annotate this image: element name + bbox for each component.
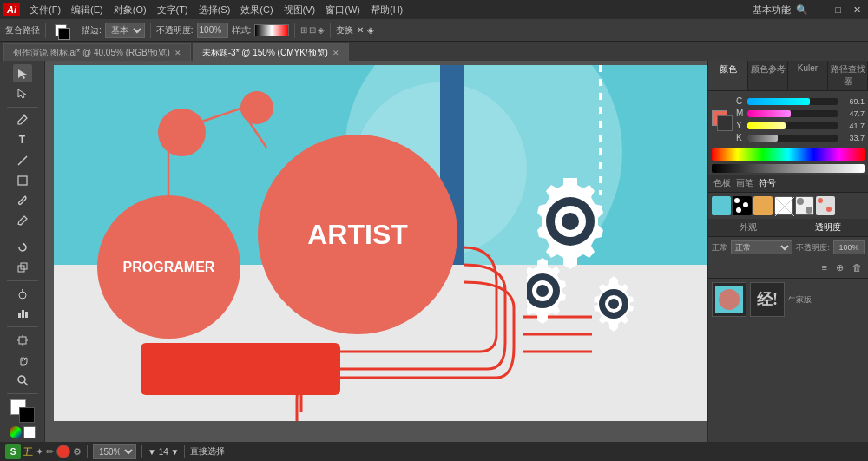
tab-2-close[interactable]: ✕ xyxy=(332,49,339,57)
menu-type[interactable]: 文字(T) xyxy=(153,2,193,18)
pencil-tool[interactable] xyxy=(13,212,32,230)
paintbrush-tool[interactable] xyxy=(13,192,32,210)
tab-color[interactable]: 颜色 xyxy=(708,61,748,90)
fill-stroke-icons[interactable] xyxy=(51,23,70,37)
workspace-label[interactable]: 基本功能 xyxy=(753,3,791,16)
swatch-pattern-black[interactable] xyxy=(733,196,752,215)
menu-file[interactable]: 文件(F) xyxy=(25,2,65,18)
swatch-light[interactable] xyxy=(816,196,835,215)
svg-rect-9 xyxy=(25,312,28,318)
y-bar[interactable] xyxy=(747,122,838,129)
menu-effect[interactable]: 效果(C) xyxy=(236,2,277,18)
transform-x-icon[interactable]: ✕ xyxy=(357,25,364,35)
menu-bar: Ai 文件(F) 编辑(E) 对象(O) 文字(T) 选择(S) 效果(C) 视… xyxy=(0,0,868,19)
panel-add-btn[interactable]: ⊕ xyxy=(833,261,846,274)
align-tools: ⊞ ⊟ ◈ xyxy=(300,25,325,35)
color-spectrum[interactable] xyxy=(712,148,865,161)
svg-point-0 xyxy=(23,115,25,117)
graph-tool[interactable] xyxy=(13,305,32,323)
swatches-tabs: 色板 画笔 符号 xyxy=(708,175,868,193)
thumbnail-2[interactable]: 经! xyxy=(750,282,785,317)
svg-rect-2 xyxy=(18,176,27,185)
tab-1-close[interactable]: ✕ xyxy=(174,49,181,57)
artboard-tool[interactable] xyxy=(13,331,32,349)
menu-edit[interactable]: 编辑(E) xyxy=(67,2,108,18)
thumbnail-1[interactable] xyxy=(712,282,746,317)
fill-stroke-selector[interactable] xyxy=(10,399,35,423)
artist-circle: ARTIST xyxy=(258,135,457,334)
opacity-value-input[interactable] xyxy=(833,240,865,254)
tab-pathfinder[interactable]: 路径查找器 xyxy=(828,61,868,90)
align-icon[interactable]: ⊞ xyxy=(300,25,307,35)
opacity-input[interactable] xyxy=(197,23,228,38)
artist-text: ARTIST xyxy=(307,219,408,251)
right-panel: 颜色 颜色参考 Kuler 路径查找器 C 69.1 xyxy=(707,61,868,442)
svg-point-31 xyxy=(743,202,748,207)
color-mode-icon[interactable] xyxy=(10,426,22,438)
menu-help[interactable]: 帮助(H) xyxy=(366,2,407,18)
thumbnail-area: 经! 牛家版 xyxy=(708,278,868,320)
maximize-button[interactable]: □ xyxy=(832,4,845,15)
line-tool[interactable] xyxy=(13,151,32,169)
direct-selection-tool[interactable] xyxy=(13,84,32,102)
panel-menu-btn[interactable]: ≡ xyxy=(819,261,830,274)
swatch-teal[interactable] xyxy=(712,196,731,215)
menu-window[interactable]: 窗口(W) xyxy=(321,2,365,18)
k-value: 33.7 xyxy=(840,134,865,142)
status-circle-icon[interactable] xyxy=(56,445,70,458)
search-icon[interactable]: 🔍 xyxy=(796,4,808,16)
m-bar[interactable] xyxy=(747,110,838,117)
transform-y-icon[interactable]: ◈ xyxy=(367,25,374,35)
blend-opacity-row: 正常 正常 不透明度: xyxy=(708,237,868,258)
none-fill-icon[interactable] xyxy=(23,426,36,438)
swatch-gray-pattern[interactable] xyxy=(795,196,814,215)
shape-tool[interactable] xyxy=(13,171,32,189)
swatch-orange[interactable] xyxy=(753,196,773,215)
minimize-button[interactable]: ─ xyxy=(813,4,827,15)
status-sep-1 xyxy=(87,445,88,458)
menu-select[interactable]: 选择(S) xyxy=(194,2,235,18)
tab-kuler[interactable]: Kuler xyxy=(788,61,828,90)
tab-transparency[interactable]: 透明度 xyxy=(788,219,868,236)
y-value: 41.7 xyxy=(840,122,865,130)
close-button[interactable]: ✕ xyxy=(850,4,865,16)
canvas-area[interactable]: PROGRAMER ARTIST xyxy=(45,61,707,442)
panel-delete-btn[interactable]: 🗑 xyxy=(850,261,865,274)
tool-sep-3 xyxy=(7,280,38,281)
tab-symbols[interactable]: 符号 xyxy=(759,177,776,189)
menu-object[interactable]: 对象(O) xyxy=(109,2,151,18)
type-tool[interactable]: T xyxy=(13,131,32,149)
zoom-tool[interactable] xyxy=(13,372,32,390)
c-bar[interactable] xyxy=(747,98,838,105)
fill-stroke-boxes[interactable] xyxy=(712,110,733,131)
pen-tool[interactable] xyxy=(13,111,32,129)
tab-document-1[interactable]: 创作演说 图标.ai* @ 40.05% (RGB/预览) ✕ xyxy=(3,43,191,61)
grayscale-spectrum[interactable] xyxy=(712,164,865,173)
k-bar[interactable] xyxy=(747,135,838,142)
document-canvas: PROGRAMER ARTIST xyxy=(54,65,707,421)
distribute-icon[interactable]: ⊟ xyxy=(309,25,316,35)
stroke-select[interactable]: 基本 xyxy=(105,23,145,38)
programer-circle: PROGRAMER xyxy=(97,195,240,339)
selection-tool[interactable] xyxy=(13,64,32,82)
svg-point-29 xyxy=(608,299,619,309)
rotate-tool[interactable] xyxy=(13,238,32,256)
tab-brushes[interactable]: 画笔 xyxy=(736,177,753,189)
zoom-select[interactable]: 150% xyxy=(93,444,136,459)
scale-tool[interactable] xyxy=(13,258,32,276)
blend-mode-select[interactable]: 正常 xyxy=(731,240,792,254)
tab-document-2[interactable]: 未标题-3* @ 150% (CMYK/预览) ✕ xyxy=(193,43,349,61)
tab-swatches[interactable]: 色板 xyxy=(713,177,731,189)
programer-text: PROGRAMER xyxy=(123,260,215,275)
tab-color-guide[interactable]: 颜色参考 xyxy=(748,61,788,90)
swatch-white-pattern[interactable] xyxy=(774,196,793,215)
menu-view[interactable]: 视图(V) xyxy=(279,2,320,18)
tab-2-label: 未标题-3* @ 150% (CMYK/预览) xyxy=(202,47,328,59)
tab-appearance[interactable]: 外观 xyxy=(708,219,788,236)
app-icon-small: S xyxy=(5,444,21,459)
hand-tool[interactable] xyxy=(13,351,32,369)
c-fill xyxy=(747,98,810,105)
transform-icon[interactable]: ◈ xyxy=(318,25,325,35)
style-preview[interactable] xyxy=(254,24,289,36)
symbol-sprayer-tool[interactable] xyxy=(13,285,32,303)
